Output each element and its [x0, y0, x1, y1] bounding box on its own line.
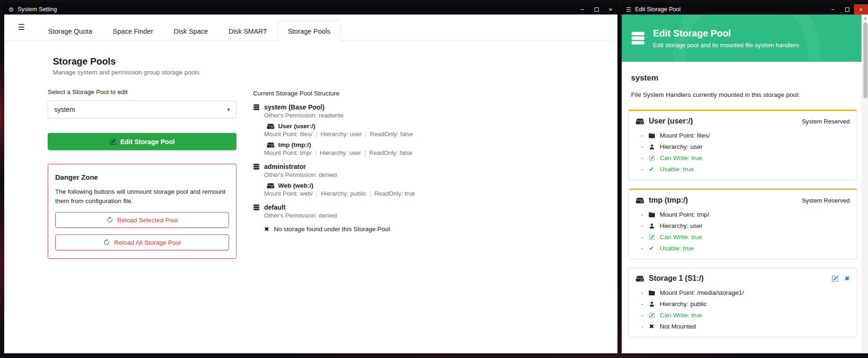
can-write-row: -Can Write: true: [636, 234, 850, 241]
reload-selected-pool-button[interactable]: Reload Selected Pool: [55, 212, 229, 228]
dash-bullet: -: [641, 211, 644, 218]
pool-row: administrator: [253, 163, 415, 170]
separator: |: [315, 149, 316, 156]
pencil-square-icon: [109, 139, 116, 145]
can-write-row: -Can Write: true: [636, 312, 850, 319]
dash-bullet: -: [641, 166, 644, 173]
dash-bullet: -: [641, 234, 644, 241]
pool-name-heading: system: [631, 73, 868, 83]
folder-icon: [648, 290, 656, 296]
minimize-button[interactable]: −: [575, 4, 589, 15]
usable: Usable: true: [660, 166, 694, 173]
readonly-flag: ReadOnly: false: [369, 149, 413, 156]
storage-details: Mount Point: web/|Hierarchy: public|Read…: [264, 190, 415, 197]
reload-icon: [103, 239, 110, 246]
scroll-up-arrow[interactable]: ▲: [862, 15, 868, 22]
reload-selected-label: Reload Selected Pool: [117, 217, 178, 224]
readonly-flag: ReadOnly: true: [374, 190, 415, 197]
server-icon: [253, 104, 260, 110]
pool-name: default: [264, 204, 286, 211]
mount-point: Mount Point: tmp/: [264, 149, 312, 156]
pool-node-default: default Other's Permission: denied ✖ No …: [253, 204, 415, 233]
close-button[interactable]: ×: [603, 4, 617, 15]
edit-pool-banner: Edit Storage Pool Edit storage pool and …: [622, 15, 861, 62]
tab-bar: ☰ Storage Quota Space Finder Disk Space …: [4, 15, 617, 41]
structure-title: Current Storage Pool Structure: [253, 90, 415, 97]
minimize-button[interactable]: −: [826, 4, 840, 15]
empty-pool-message: No storage found under this Storage Pool: [274, 226, 390, 233]
gear-icon: ⚙: [8, 6, 14, 13]
hdd-icon: [267, 124, 274, 129]
remove-handler-icon[interactable]: ✖: [844, 275, 850, 282]
tab-disk-smart[interactable]: Disk SMART: [218, 20, 278, 41]
separator: |: [364, 149, 366, 156]
handler-card-storage1: Storage 1 (S1:/) ✖ -Mount Point: /media/…: [628, 268, 857, 337]
dash-bullet: -: [641, 289, 644, 296]
hdd-icon: [267, 183, 274, 189]
mount-point-row: -Mount Point: /media/storage1/: [636, 289, 850, 296]
edit-pool-body: Edit Storage Pool Edit storage pool and …: [622, 15, 868, 353]
can-write: Can Write: true: [660, 312, 703, 319]
separator: |: [369, 190, 371, 197]
reload-all-pool-button[interactable]: Reload All Storage Pool: [55, 234, 229, 250]
select-pool-label: Select a Storage Pool to edit: [48, 88, 237, 95]
hierarchy: Hierarchy: user: [660, 222, 703, 229]
edit-storage-pool-window: ☰ Edit Storage Pool − × Edit Storage Poo…: [622, 4, 868, 353]
pencil-square-icon: [648, 155, 656, 161]
reload-icon: [107, 217, 113, 223]
window-controls: − ×: [826, 4, 868, 15]
hierarchy: Hierarchy: user: [660, 143, 703, 150]
page-subtitle: Manage system and permission group stora…: [53, 69, 237, 76]
tab-storage-quota[interactable]: Storage Quota: [38, 20, 102, 41]
edit-pool-titlebar[interactable]: ☰ Edit Storage Pool − ×: [622, 4, 868, 15]
content-area: Storage Pools Manage system and permissi…: [4, 41, 617, 259]
folder-icon: [648, 212, 656, 218]
pencil-square-icon: [648, 313, 656, 318]
edit-handler-icon[interactable]: [832, 275, 839, 282]
storage-node: User (user:/) Mount Point: files/|Hierar…: [264, 123, 415, 138]
maximize-icon: [595, 7, 599, 12]
storage-pool-select[interactable]: system ▾: [48, 101, 237, 118]
tab-disk-space[interactable]: Disk Space: [164, 20, 218, 41]
can-write: Can Write: true: [660, 154, 703, 161]
system-setting-titlebar[interactable]: ⚙ System Setting − ×: [4, 4, 617, 15]
check-icon: ✔: [648, 245, 656, 252]
readonly-flag: ReadOnly: false: [370, 131, 413, 138]
handler-actions: ✖: [832, 275, 850, 282]
handler-name: User (user:/): [649, 117, 693, 125]
maximize-button[interactable]: [589, 4, 603, 15]
tab-storage-pools[interactable]: Storage Pools: [278, 20, 341, 41]
pool-row: system (Base Pool): [253, 103, 415, 111]
scrollbar-thumb[interactable]: [863, 22, 868, 98]
system-reserved-badge: System Reserved: [802, 197, 850, 204]
hdd-icon: [636, 197, 644, 204]
pool-edit-column: Storage Pools Manage system and permissi…: [48, 54, 237, 259]
handler-card-user: User (user:/) System Reserved -Mount Poi…: [628, 110, 857, 180]
banner-title: Edit Storage Pool: [653, 28, 799, 39]
dash-bullet: -: [641, 245, 644, 252]
mount-point: Mount Point: web/: [264, 190, 313, 197]
mount-status: Not Mounted: [660, 323, 696, 330]
hierarchy: Hierarchy: user: [320, 149, 361, 156]
tab-space-finder[interactable]: Space Finder: [102, 20, 163, 41]
person-icon: [648, 223, 656, 229]
edit-storage-pool-button[interactable]: Edit Storage Pool: [48, 133, 237, 150]
menu-icon[interactable]: ☰: [18, 22, 25, 32]
storage-node: tmp (tmp:/) Mount Point: tmp/|Hierarchy:…: [264, 141, 415, 156]
mount-point: Mount Point: tmp/: [660, 211, 710, 218]
maximize-button[interactable]: [840, 4, 854, 15]
danger-zone-description: The following buttons will unmount stora…: [55, 187, 229, 205]
close-button[interactable]: ×: [854, 4, 868, 15]
empty-pool-row: ✖ No storage found under this Storage Po…: [264, 226, 415, 233]
usable-row: -✔Usable: true: [636, 166, 850, 173]
system-setting-body: ☰ Storage Quota Space Finder Disk Space …: [4, 15, 617, 353]
danger-zone-title: Danger Zone: [55, 173, 229, 181]
banner-subtitle: Edit storage pool and its mounted file s…: [653, 42, 799, 49]
mount-point: Mount Point: files/: [264, 131, 312, 138]
usable: Usable: true: [660, 245, 694, 252]
can-write: Can Write: true: [660, 234, 703, 241]
scrollbar[interactable]: ▲: [862, 15, 868, 353]
pool-permission: Other's Permission: denied: [264, 171, 415, 178]
pool-row: default: [253, 204, 415, 211]
maximize-icon: [845, 7, 849, 12]
